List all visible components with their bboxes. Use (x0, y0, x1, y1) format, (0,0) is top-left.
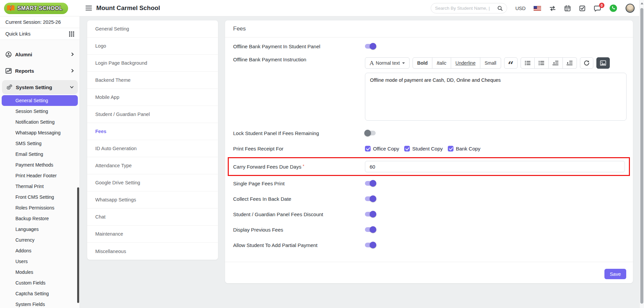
settings-menu-item[interactable]: Whatsapp Settings (87, 191, 218, 208)
instruction-editor[interactable]: Offline mode of payment are Cash, DD, On… (365, 73, 627, 121)
toggle-switch[interactable] (365, 181, 376, 186)
settings-menu-item[interactable]: Mobile App (87, 89, 218, 106)
quick-links[interactable]: Quick Links (0, 28, 79, 40)
settings-menu-item-label: Fees (95, 129, 106, 134)
carry-forward-days-input[interactable] (365, 161, 625, 172)
sidebar-subitem-label: Currency (15, 237, 35, 243)
insert-image-button[interactable] (596, 57, 610, 69)
sidebar-subitem[interactable]: Modules (2, 267, 78, 278)
checkbox-label: Office Copy (373, 146, 399, 151)
sidebar-subitem[interactable]: Session Setting (2, 106, 78, 117)
settings-menu-item[interactable]: General Setting (87, 20, 218, 38)
sidebar-subitem-label: Session Setting (15, 109, 48, 114)
redo-button[interactable] (580, 57, 593, 69)
outdent-button[interactable] (549, 57, 563, 69)
task-check-icon[interactable] (579, 5, 586, 12)
sidebar-subitem[interactable]: SMS Setting (2, 138, 78, 149)
underline-button[interactable]: Underline (451, 57, 480, 69)
checkbox-label: Student Copy (412, 146, 443, 151)
format-dropdown[interactable]: A Normal text (365, 57, 410, 69)
scroll-up-arrow-icon[interactable] (641, 2, 643, 4)
checkbox-icon[interactable] (365, 146, 371, 151)
app-logo[interactable]: SMART SCHOOL (4, 3, 68, 14)
toggle-switch[interactable] (365, 44, 376, 49)
settings-menu-item-label: Mobile App (95, 95, 119, 100)
sidebar-subitem[interactable]: Roles Permissions (2, 202, 78, 213)
sidebar-item-label: Alumni (15, 52, 32, 57)
ordered-list-button[interactable] (535, 57, 549, 69)
receipt-copy-checkbox[interactable]: Student Copy (404, 146, 443, 151)
whatsapp-icon[interactable] (609, 4, 618, 12)
outdent-icon (552, 60, 558, 66)
sidebar-subitem[interactable]: Notification Setting (2, 117, 78, 127)
toggle-switch[interactable] (365, 131, 376, 135)
setting-row: Display Previous Fees (225, 222, 633, 237)
sidebar-subitem[interactable]: Email Setting (2, 149, 78, 160)
sidebar-item-alumni[interactable]: Alumni (0, 47, 80, 61)
indent-button[interactable] (563, 57, 577, 69)
small-text-button[interactable]: Small (480, 57, 501, 69)
save-button[interactable]: Save (604, 269, 626, 279)
settings-menu-item[interactable]: Student / Guardian Panel (87, 106, 218, 123)
us-flag-icon[interactable] (534, 6, 541, 11)
settings-menu-item[interactable]: ID Auto Generation (87, 140, 218, 157)
receipt-copy-checkbox[interactable]: Bank Copy (448, 146, 480, 151)
checkbox-icon[interactable] (448, 146, 453, 151)
search-input[interactable] (435, 6, 494, 11)
toggle-switch[interactable] (365, 243, 376, 247)
sidebar-subitem[interactable]: General Setting (2, 95, 78, 106)
carry-forward-highlight-annotation: Carry Forward Fees Due Days* (228, 157, 630, 176)
settings-menu-item[interactable]: Miscellaneous (87, 243, 218, 260)
sidebar-subitem[interactable]: Payment Methods (2, 160, 78, 170)
grid-icon[interactable] (69, 32, 74, 37)
sidebar-subitem[interactable]: Whatsapp Messaging (2, 127, 78, 138)
settings-menu-item[interactable]: Chat (87, 208, 218, 226)
settings-menu-item[interactable]: Attendance Type (87, 157, 218, 174)
page-scrollbar[interactable] (639, 0, 644, 308)
search-icon[interactable] (497, 5, 503, 11)
currency-selector[interactable]: USD (515, 6, 526, 11)
sidebar-subitem[interactable]: Addons (2, 245, 78, 256)
settings-menu-item[interactable]: Login Page Background (87, 55, 218, 72)
scrollbar-thumb[interactable] (640, 8, 643, 304)
sidebar-subitem-label: Users (15, 259, 28, 264)
toggle-switch[interactable] (365, 227, 376, 232)
sidebar-subitem[interactable]: Print Header Footer (2, 170, 78, 181)
sidebar-subitem-label: Whatsapp Messaging (15, 130, 61, 135)
receipt-copy-checkbox[interactable]: Office Copy (365, 146, 399, 151)
unordered-list-button[interactable] (521, 57, 535, 69)
sidebar-subitem[interactable]: Captcha Setting (2, 288, 78, 299)
settings-menu-item[interactable]: Maintenance (87, 226, 218, 243)
sidebar-subitem[interactable]: System Fields (2, 299, 78, 308)
sidebar-subitem[interactable]: Currency (2, 235, 78, 245)
settings-menu-item[interactable]: Fees (87, 123, 218, 140)
menu-icon[interactable] (86, 6, 92, 11)
sidebar-subitem[interactable]: Users (2, 256, 78, 267)
blockquote-button[interactable]: “ (504, 57, 518, 69)
toggle-switch[interactable] (365, 212, 376, 217)
sidebar-subitem[interactable]: Custom Fields (2, 278, 78, 288)
setting-row: Student / Guardian Panel Fees Discount (225, 206, 633, 222)
sidebar-subitem[interactable]: Languages (2, 224, 78, 235)
sidebar-subitem[interactable]: Backup Restore (2, 213, 78, 224)
sidebar-subitem[interactable]: Thermal Print (2, 181, 78, 192)
settings-menu-item[interactable]: Backend Theme (87, 72, 218, 89)
settings-menu-item-label: Whatsapp Settings (95, 197, 136, 202)
sidebar-item-reports[interactable]: Reports (0, 64, 80, 78)
sidebar-scrollbar[interactable] (77, 187, 79, 303)
required-asterisk: * (303, 164, 304, 169)
bold-button[interactable]: Bold (413, 57, 432, 69)
italic-button[interactable]: Italic (432, 57, 451, 69)
chat-icon[interactable]: 0 (594, 5, 601, 12)
toggle-switch[interactable] (365, 196, 376, 201)
sidebar-item-system-setting[interactable]: System Setting (2, 80, 78, 94)
settings-menu-item[interactable]: Google Drive Setting (87, 174, 218, 191)
settings-menu-item[interactable]: Logo (87, 38, 218, 55)
sidebar-subitem[interactable]: Front CMS Setting (2, 192, 78, 202)
global-search[interactable] (431, 3, 507, 13)
checkbox-icon[interactable] (404, 146, 410, 151)
settings-menu-item-label: Attendance Type (95, 163, 132, 168)
avatar[interactable] (626, 4, 635, 13)
swap-icon[interactable] (549, 5, 556, 11)
calendar-icon[interactable] (564, 5, 571, 12)
